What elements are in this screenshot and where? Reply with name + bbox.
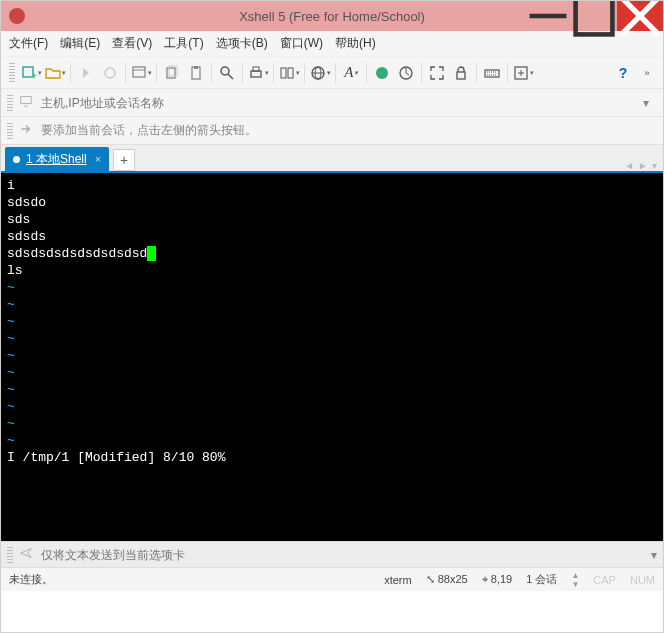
terminal[interactable]: isdsdosdssdsdssdsdsdsdsdsdsdsdsdls~~~~~~… xyxy=(1,173,663,541)
grip-icon xyxy=(7,95,13,111)
window-controls xyxy=(525,1,663,31)
send-bar: ▾ xyxy=(1,541,663,567)
highlight-button[interactable] xyxy=(395,62,417,84)
close-button[interactable] xyxy=(617,1,663,31)
reconnect-button[interactable] xyxy=(75,62,97,84)
arrow-icon[interactable] xyxy=(19,122,35,139)
print-button[interactable]: ▾ xyxy=(247,62,269,84)
status-size: ⤡ 88x25 xyxy=(426,573,468,586)
svg-rect-24 xyxy=(457,72,465,79)
grip-icon xyxy=(7,123,13,139)
separator xyxy=(125,63,126,83)
status-term: xterm xyxy=(384,574,412,586)
disconnect-button[interactable] xyxy=(99,62,121,84)
separator xyxy=(476,63,477,83)
terminal-tilde: ~ xyxy=(7,432,657,449)
terminal-tilde: ~ xyxy=(7,347,657,364)
add-tab-button[interactable]: + xyxy=(113,149,135,171)
svg-rect-1 xyxy=(576,0,613,34)
app-icon xyxy=(9,8,25,24)
svg-text:+: + xyxy=(32,71,37,81)
tab-menu-icon[interactable]: ▾ xyxy=(652,160,657,171)
tab-active[interactable]: 1 本地Shell × xyxy=(5,147,109,171)
terminal-line: sdsdo xyxy=(7,194,657,211)
status-bar: 未连接。 xterm ⤡ 88x25 ⌖ 8,19 1 会话 ▲▼ CAP NU… xyxy=(1,567,663,591)
add-tool-button[interactable]: ▾ xyxy=(512,62,534,84)
tab-prev-icon[interactable]: ◄ xyxy=(624,160,634,171)
status-pos: ⌖ 8,19 xyxy=(482,573,512,586)
terminal-line: sdsds xyxy=(7,228,657,245)
menu-options[interactable]: 选项卡(B) xyxy=(216,35,268,52)
host-icon xyxy=(19,94,35,111)
svg-rect-15 xyxy=(251,71,261,77)
terminal-tilde: ~ xyxy=(7,330,657,347)
separator xyxy=(421,63,422,83)
status-dot-icon xyxy=(13,156,20,163)
status-sessions-nav[interactable]: ▲▼ xyxy=(571,571,579,589)
separator xyxy=(366,63,367,83)
address-dropdown-icon[interactable]: ▾ xyxy=(643,96,657,110)
svg-rect-17 xyxy=(281,68,286,78)
terminal-tilde: ~ xyxy=(7,398,657,415)
menu-tools[interactable]: 工具(T) xyxy=(164,35,203,52)
separator xyxy=(335,63,336,83)
minimize-button[interactable] xyxy=(525,1,571,31)
address-bar: ▾ xyxy=(1,89,663,117)
menu-edit[interactable]: 编辑(E) xyxy=(60,35,100,52)
svg-rect-18 xyxy=(288,68,293,78)
open-folder-button[interactable]: ▾ xyxy=(44,62,66,84)
grip-icon xyxy=(9,63,15,83)
status-connection: 未连接。 xyxy=(9,572,53,587)
terminal-tilde: ~ xyxy=(7,279,657,296)
terminal-tilde: ~ xyxy=(7,296,657,313)
find-button[interactable] xyxy=(216,62,238,84)
keyboard-button[interactable] xyxy=(481,62,503,84)
globe-button[interactable]: ▾ xyxy=(309,62,331,84)
color-scheme-button[interactable] xyxy=(371,62,393,84)
status-num: NUM xyxy=(630,574,655,586)
send-dropdown-icon[interactable]: ▾ xyxy=(651,548,657,562)
tab-label: 1 本地Shell xyxy=(26,151,87,168)
menu-file[interactable]: 文件(F) xyxy=(9,35,48,52)
copy-button[interactable] xyxy=(161,62,183,84)
menu-view[interactable]: 查看(V) xyxy=(112,35,152,52)
fullscreen-button[interactable] xyxy=(426,62,448,84)
window-title: Xshell 5 (Free for Home/School) xyxy=(239,9,425,24)
grip-icon xyxy=(7,547,13,563)
svg-rect-31 xyxy=(21,97,32,104)
toolbar-overflow-icon[interactable]: » xyxy=(636,62,658,84)
svg-rect-25 xyxy=(485,70,499,77)
status-sessions: 1 会话 xyxy=(526,572,557,587)
maximize-button[interactable] xyxy=(571,1,617,31)
terminal-line: sdsdsdsdsdsdsdsdsd xyxy=(7,245,657,262)
lock-button[interactable] xyxy=(450,62,472,84)
cursor xyxy=(147,246,156,261)
menu-help[interactable]: 帮助(H) xyxy=(335,35,376,52)
tab-next-icon[interactable]: ► xyxy=(638,160,648,171)
separator xyxy=(242,63,243,83)
separator xyxy=(156,63,157,83)
send-input[interactable] xyxy=(41,548,651,562)
svg-rect-12 xyxy=(194,66,198,69)
title-bar: Xshell 5 (Free for Home/School) xyxy=(1,1,663,31)
paste-button[interactable] xyxy=(185,62,207,84)
separator xyxy=(211,63,212,83)
terminal-status-line: I /tmp/1 [Modified] 8/10 80% xyxy=(7,449,657,466)
transfer-button[interactable]: ▾ xyxy=(278,62,300,84)
toolbar: +▾ ▾ ▾ ▾ ▾ ▾ A▾ ▾ ? » xyxy=(1,57,663,89)
svg-point-13 xyxy=(221,67,229,75)
separator xyxy=(273,63,274,83)
terminal-tilde: ~ xyxy=(7,313,657,330)
resize-icon: ⤡ xyxy=(426,573,435,585)
help-icon[interactable]: ? xyxy=(612,62,634,84)
tab-close-icon[interactable]: × xyxy=(95,153,101,165)
properties-button[interactable]: ▾ xyxy=(130,62,152,84)
hint-bar: 要添加当前会话，点击左侧的箭头按钮。 xyxy=(1,117,663,145)
send-icon[interactable] xyxy=(19,546,35,563)
tab-nav: ◄ ► ▾ xyxy=(624,160,657,171)
address-input[interactable] xyxy=(41,96,643,110)
menu-window[interactable]: 窗口(W) xyxy=(280,35,323,52)
font-button[interactable]: A▾ xyxy=(340,62,362,84)
svg-rect-7 xyxy=(133,67,145,77)
new-session-button[interactable]: +▾ xyxy=(20,62,42,84)
